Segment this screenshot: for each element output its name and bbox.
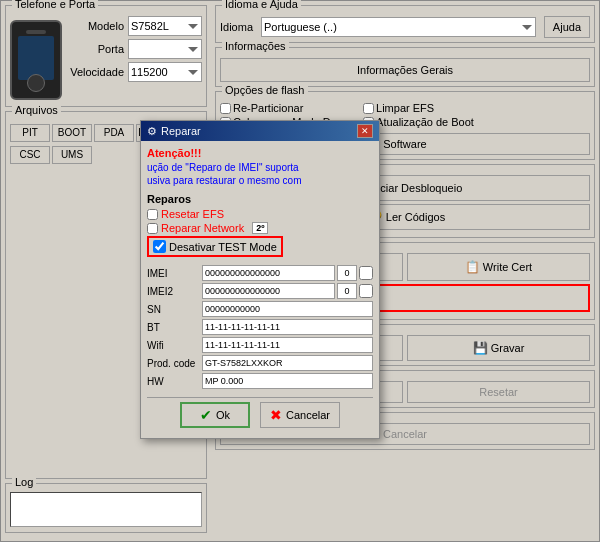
checkmark-icon: ✔ xyxy=(200,407,212,423)
atencao-text: ução de "Reparo de IMEI" suporta usiva p… xyxy=(147,161,373,187)
gravar-efs-icon: 💾 xyxy=(473,341,488,355)
informacoes-group: Informações Informações Gerais xyxy=(215,47,595,87)
boot-button[interactable]: BOOT xyxy=(52,124,92,142)
modal-titlebar-icon: ⚙ xyxy=(147,125,157,138)
pit-button[interactable]: PIT xyxy=(10,124,50,142)
imei-input-0[interactable] xyxy=(202,265,335,281)
velocidade-label: Velocidade xyxy=(68,66,128,78)
iniciar-desbloqueio-label: Iniciar Desbloqueio xyxy=(369,182,463,194)
ok-button[interactable]: ✔ Ok xyxy=(180,402,250,428)
idioma-title: Idioma e Ajuda xyxy=(222,0,301,10)
hw-input[interactable] xyxy=(202,373,373,389)
modal-reparos-label: Reparos xyxy=(147,193,373,205)
ler-codigos-label: Ler Códigos xyxy=(386,211,445,223)
imei-chk-1[interactable] xyxy=(359,284,373,298)
log-title: Log xyxy=(12,476,36,488)
resetar-efs-label: Resetar EFS xyxy=(161,208,224,220)
desativar-test-checkbox[interactable] xyxy=(153,240,166,253)
wifi-input[interactable] xyxy=(202,337,373,353)
porta-select[interactable] xyxy=(128,39,202,59)
reparar-dialog: ⚙ Reparar ✕ Atenção!!! ução de "Reparo d… xyxy=(140,120,380,439)
atualizacao-boot-label: Atualização de Boot xyxy=(376,116,474,128)
modal-buttons: ✔ Ok ✖ Cancelar xyxy=(147,397,373,432)
modelo-select[interactable]: S7582L xyxy=(128,16,202,36)
sn-label: SN xyxy=(147,304,202,315)
imei-label-0: IMEI xyxy=(147,268,202,279)
atencao-line2: usiva para restaurar o mesmo com xyxy=(147,175,302,186)
x-icon: ✖ xyxy=(270,407,282,423)
gravar-efs-label: Gravar xyxy=(491,342,525,354)
ums-button[interactable]: UMS xyxy=(52,146,92,164)
velocidade-select[interactable]: 115200 xyxy=(128,62,202,82)
gravar-efs-button[interactable]: 💾 Gravar xyxy=(407,335,590,361)
atencao-line1: ução de "Reparo de IMEI" suporta xyxy=(147,162,299,173)
phone-image xyxy=(10,20,62,100)
bt-input[interactable] xyxy=(202,319,373,335)
imei-label-1: IMEI2 xyxy=(147,286,202,297)
prodcode-label: Prod. code xyxy=(147,358,202,369)
ajuda-button[interactable]: Ajuda xyxy=(544,16,590,38)
modal-badge2: 2º xyxy=(252,222,268,234)
atencao-label: Atenção!!! xyxy=(147,147,373,159)
limpar-efs-checkbox[interactable] xyxy=(363,103,374,114)
opcoes-flash-title: Opções de flash xyxy=(222,84,308,96)
imei-input-1[interactable] xyxy=(202,283,335,299)
desativar-test-container: Desativar TEST Mode xyxy=(147,236,283,257)
bt-label: BT xyxy=(147,322,202,333)
imei-grid: IMEI IMEI2 SN xyxy=(147,265,373,389)
reparar-network-label: Reparar Network xyxy=(161,222,244,234)
cancelar-button[interactable]: ✖ Cancelar xyxy=(260,402,340,428)
pda-button[interactable]: PDA xyxy=(94,124,134,142)
hw-label: HW xyxy=(147,376,202,387)
write-cert-button[interactable]: 📋 Write Cert xyxy=(407,253,590,281)
idioma-group: Idioma e Ajuda Idioma Portuguese (..) Aj… xyxy=(215,5,595,43)
telefone-porta-group: Telefone e Porta Modelo S7582L xyxy=(5,5,207,107)
desativar-test-label: Desativar TEST Mode xyxy=(169,241,277,253)
log-group: Log xyxy=(5,483,207,533)
modelo-label: Modelo xyxy=(68,20,128,32)
ok-label: Ok xyxy=(216,409,230,421)
prodcode-input[interactable] xyxy=(202,355,373,371)
informacoes-title: Informações xyxy=(222,40,289,52)
resetar-efs-checkbox[interactable] xyxy=(147,209,158,220)
modal-titlebar: ⚙ Reparar ✕ xyxy=(141,121,379,141)
informacoes-gerais-button[interactable]: Informações Gerais xyxy=(220,58,590,82)
telefone-porta-title: Telefone e Porta xyxy=(12,0,98,10)
wifi-label: Wifi xyxy=(147,340,202,351)
write-cert-icon: 📋 xyxy=(465,260,480,274)
limpar-efs-label: Limpar EFS xyxy=(376,102,434,114)
arquivos-title: Arquivos xyxy=(12,104,61,116)
csc-button[interactable]: CSC xyxy=(10,146,50,164)
modal-title: Reparar xyxy=(161,125,201,137)
imei-num-0[interactable] xyxy=(337,265,357,281)
modal-close-button[interactable]: ✕ xyxy=(357,124,373,138)
imei-num-1[interactable] xyxy=(337,283,357,299)
reparar-network-checkbox[interactable] xyxy=(147,223,158,234)
sn-input[interactable] xyxy=(202,301,373,317)
idioma-label: Idioma xyxy=(220,21,253,33)
idioma-select[interactable]: Portuguese (..) xyxy=(261,17,536,37)
resetar-codigo-button[interactable]: Resetar xyxy=(407,381,590,403)
porta-label: Porta xyxy=(68,43,128,55)
re-particionar-label: Re-Particionar xyxy=(233,102,303,114)
write-cert-label: Write Cert xyxy=(483,261,532,273)
re-particionar-checkbox[interactable] xyxy=(220,103,231,114)
cancelar-modal-label: Cancelar xyxy=(286,409,330,421)
imei-chk-0[interactable] xyxy=(359,266,373,280)
log-content xyxy=(10,492,202,527)
